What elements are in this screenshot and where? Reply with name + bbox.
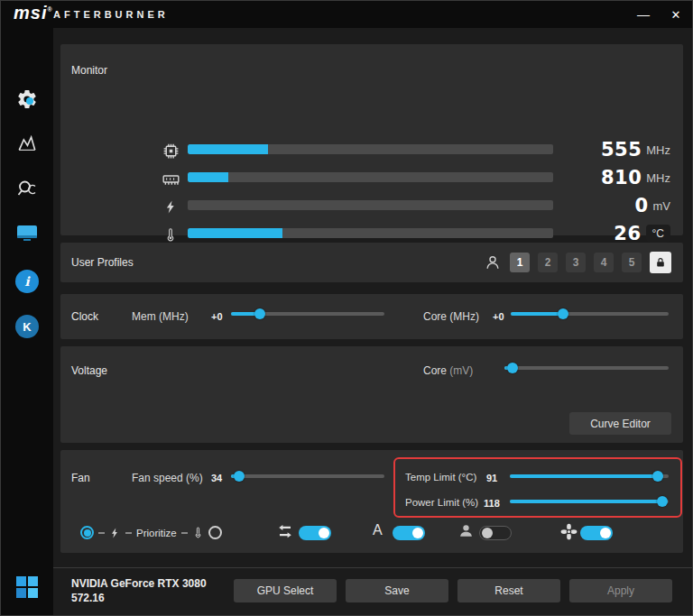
core-clock-slider[interactable] (511, 308, 669, 320)
core-voltage-row: 0mV (60, 194, 683, 217)
profile-slot-1[interactable]: 1 (510, 253, 530, 272)
user-defined-fan-toggle[interactable] (479, 526, 512, 540)
memory-clock-row: 810MHz (60, 166, 683, 189)
gpu-select-button[interactable]: GPU Select (234, 579, 337, 602)
windows-logo-icon (13, 573, 42, 602)
memory-clock-value: 810MHz (601, 166, 670, 189)
titlebar: msi® AFTERBURNER — ✕ (1, 1, 693, 28)
fan-speed-label: Fan speed (%) (132, 472, 203, 484)
footer-divider (53, 567, 693, 568)
power-limit-slider-handle[interactable] (657, 496, 668, 507)
prioritize-group: Prioritize (80, 525, 222, 540)
sync-toggle[interactable] (299, 526, 331, 540)
fan-title: Fan (71, 472, 90, 484)
app-title: AFTERBURNER (53, 9, 169, 20)
monitor-title: Monitor (71, 64, 107, 77)
temp-limit-slider-handle[interactable] (652, 471, 663, 482)
msi-logo: msi® (14, 3, 53, 23)
monitor-panel: Monitor 555MHz 810MHz 0mV (60, 44, 683, 235)
apply-button[interactable]: Apply (569, 579, 672, 602)
core-voltage-label: Core (mV) (423, 364, 473, 377)
sidebar-item-display[interactable] (13, 221, 42, 250)
temp-unit-button[interactable]: °C (646, 225, 670, 243)
temp-limit-slider[interactable] (510, 470, 669, 483)
mem-clock-label: Mem (MHz) (132, 310, 189, 323)
monitor-icon (15, 223, 39, 248)
temperature-priority-radio[interactable] (208, 526, 222, 539)
sidebar-item-oc-scanner[interactable] (13, 177, 42, 206)
user-profiles-panel: User Profiles 1 2 3 4 5 (60, 243, 683, 282)
profile-lock-button[interactable] (650, 252, 671, 273)
temp-limit-label: Temp Limit (°C) (405, 472, 476, 483)
close-button[interactable]: ✕ (661, 1, 690, 28)
bolt-icon (109, 526, 121, 540)
clock-panel: Clock Mem (MHz) +0 Core (MHz) +0 (60, 294, 683, 339)
profile-slot-3[interactable]: 3 (566, 253, 586, 272)
fan-panel: Fan Fan speed (%) 34 Temp Limit (°C) 91 … (60, 450, 683, 553)
save-button[interactable]: Save (346, 579, 448, 602)
memory-clock-meter (188, 172, 553, 182)
profile-slot-cluster: 1 2 3 4 5 (484, 252, 671, 273)
chart-icon (16, 133, 38, 157)
sidebar-item-hardware-monitor[interactable] (13, 131, 42, 160)
core-clock-meter (188, 144, 553, 154)
profile-slot-2[interactable]: 2 (538, 253, 558, 272)
memory-icon (160, 168, 181, 189)
core-voltage-value: 0mV (634, 194, 670, 217)
power-priority-radio[interactable] (80, 526, 94, 539)
sidebar-item-info[interactable]: i (13, 267, 42, 296)
voltage-bolt-icon (160, 196, 181, 217)
info-icon: i (15, 270, 39, 293)
sidebar-item-settings[interactable] (13, 87, 42, 115)
sidebar-item-kombustor[interactable]: K (13, 312, 42, 341)
mem-clock-offset: +0 (211, 311, 223, 322)
power-limit-value: 118 (484, 498, 500, 509)
mem-clock-slider[interactable] (231, 308, 384, 320)
core-clock-label: Core (MHz) (423, 310, 479, 323)
fan-speed-slider[interactable] (231, 470, 384, 483)
clock-title: Clock (71, 310, 98, 323)
auto-toggle[interactable] (393, 526, 425, 540)
user-icon (484, 253, 502, 271)
power-limit-label: Power Limit (%) (405, 497, 478, 508)
core-voltage-slider-handle[interactable] (507, 363, 518, 373)
fan-speed-value: 34 (211, 473, 222, 483)
auto-icon: A (373, 522, 383, 538)
settings-active-dot (26, 97, 33, 105)
core-clock-offset: +0 (493, 311, 504, 322)
voltage-panel: Voltage Core (mV) Curve Editor (60, 346, 683, 443)
thermometer-small-icon (192, 525, 204, 540)
user-fan-icon (457, 522, 475, 539)
core-clock-row: 555MHz (60, 138, 683, 161)
core-clock-slider-handle[interactable] (558, 308, 568, 319)
minimize-button[interactable]: — (629, 1, 658, 28)
driver-version: 572.16 (71, 592, 105, 604)
highlight-box: Temp Limit (°C) 91 Power Limit (%) 118 (393, 457, 682, 518)
kombustor-icon: K (15, 315, 39, 338)
gpu-temperature-meter (188, 228, 553, 238)
user-profiles-title: User Profiles (71, 256, 134, 269)
voltage-title: Voltage (71, 364, 107, 377)
core-clock-value: 555MHz (601, 138, 670, 161)
gpu-chip-icon (160, 140, 181, 161)
lock-icon (654, 256, 667, 269)
fan-icon (560, 523, 578, 540)
sync-arrows-icon (275, 523, 295, 539)
curve-editor-button[interactable]: Curve Editor (569, 412, 671, 435)
fan-auto-toggle[interactable] (580, 526, 613, 540)
power-limit-slider[interactable] (510, 495, 669, 508)
profile-slot-4[interactable]: 4 (594, 253, 614, 272)
mem-clock-slider-handle[interactable] (254, 308, 265, 319)
reset-button[interactable]: Reset (457, 579, 560, 602)
afterburner-window: msi® AFTERBURNER — ✕ i K Monitor (0, 0, 693, 616)
gpu-name: NVIDIA GeForce RTX 3080 (71, 577, 207, 590)
temp-limit-value: 91 (486, 473, 497, 483)
core-voltage-meter (188, 200, 553, 210)
prioritize-label: Prioritize (136, 528, 177, 538)
fan-speed-slider-handle[interactable] (234, 471, 245, 482)
core-voltage-slider[interactable] (504, 362, 669, 374)
profile-slot-5[interactable]: 5 (622, 253, 642, 272)
oc-scanner-icon (16, 179, 38, 204)
